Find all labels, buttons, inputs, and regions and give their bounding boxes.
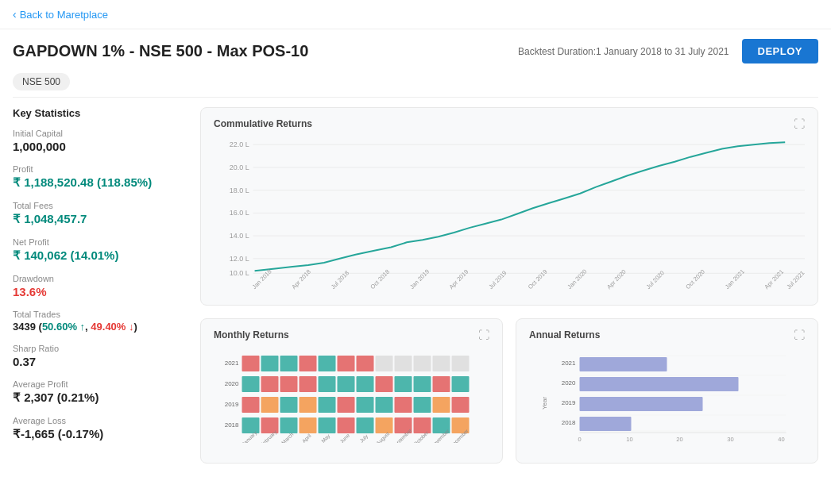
- stat-value-sharp-ratio: 0.37: [13, 355, 187, 368]
- stat-label-sharp-ratio: Sharp Ratio: [13, 344, 187, 353]
- backtest-duration: Backtest Duration:1 January 2018 to 31 J…: [518, 46, 729, 57]
- svg-text:Jan 2020: Jan 2020: [566, 267, 589, 290]
- svg-rect-52: [376, 376, 393, 392]
- svg-text:2019: 2019: [562, 399, 576, 406]
- stat-total-fees: Total Fees ₹ 1,048,457.7: [13, 201, 187, 226]
- svg-rect-58: [261, 397, 279, 413]
- svg-rect-60: [300, 397, 317, 413]
- cumulative-chart-body: 22.0 L 20.0 L 18.0 L 16.0 L 14.0 L 12.0 …: [214, 137, 805, 295]
- svg-text:22.0 L: 22.0 L: [230, 140, 249, 148]
- content-area: Commulative Returns ⛶ 22.0 L 20.0 L 18.0: [200, 107, 818, 464]
- stat-label-avg-profit: Average Profit: [13, 379, 187, 389]
- svg-text:April: April: [301, 433, 313, 443]
- svg-text:Jul 2021: Jul 2021: [785, 269, 805, 290]
- svg-rect-68: [452, 397, 470, 413]
- svg-rect-66: [414, 397, 431, 413]
- svg-text:20.0 L: 20.0 L: [230, 164, 249, 171]
- svg-rect-69: [242, 417, 260, 433]
- svg-rect-71: [280, 417, 298, 433]
- stat-label-avg-loss: Average Loss: [13, 416, 187, 425]
- svg-text:40: 40: [778, 436, 784, 443]
- cumulative-chart-svg: 22.0 L 20.0 L 18.0 L 16.0 L 14.0 L 12.0 …: [214, 137, 805, 295]
- svg-text:July: July: [358, 433, 369, 443]
- stat-net-profit: Net Profit ₹ 140,062 (14.01%): [13, 237, 187, 263]
- svg-rect-56: [452, 376, 470, 392]
- svg-rect-62: [338, 397, 355, 413]
- trades-down: 49.40% ↓: [91, 321, 133, 333]
- svg-rect-74: [338, 417, 355, 433]
- annual-chart-card: Annual Returns ⛶ 2021 2020 2019: [516, 318, 818, 464]
- svg-rect-40: [376, 356, 393, 371]
- nse-tag[interactable]: NSE 500: [13, 73, 70, 90]
- monthly-chart-title: Monthly Returns: [214, 329, 289, 340]
- svg-rect-59: [280, 397, 298, 413]
- svg-rect-102: [580, 357, 667, 371]
- svg-rect-41: [395, 356, 412, 371]
- stat-profit: Profit ₹ 1,188,520.48 (118.85%): [13, 164, 187, 190]
- stat-avg-profit: Average Profit ₹ 2,307 (0.21%): [13, 379, 187, 405]
- stat-initial-capital: Initial Capital 1,000,000: [13, 129, 187, 153]
- svg-rect-47: [280, 376, 298, 392]
- annual-expand-icon[interactable]: ⛶: [794, 329, 805, 341]
- svg-rect-48: [300, 376, 317, 392]
- stat-label-total-trades: Total Trades: [13, 310, 187, 319]
- stat-drawdown: Drawdown 13.6%: [13, 274, 187, 298]
- back-link[interactable]: ‹ Back to Maretplace: [13, 8, 108, 21]
- svg-rect-46: [261, 376, 279, 392]
- svg-text:Year: Year: [541, 397, 548, 410]
- cumulative-chart-card: Commulative Returns ⛶ 22.0 L 20.0 L 18.0: [200, 107, 818, 306]
- header-right: Backtest Duration:1 January 2018 to 31 J…: [518, 39, 818, 63]
- svg-rect-49: [319, 376, 336, 392]
- deploy-button[interactable]: DEPLOY: [742, 39, 818, 63]
- back-arrow-icon: ‹: [13, 8, 17, 21]
- svg-text:Jul 2019: Jul 2019: [487, 269, 508, 290]
- annual-chart-title: Annual Returns: [529, 329, 600, 340]
- svg-text:Oct 2018: Oct 2018: [369, 268, 392, 290]
- svg-rect-36: [300, 356, 317, 371]
- monthly-chart-card: Monthly Returns ⛶ 2021 2020 2019 2018: [200, 318, 503, 464]
- monthly-heatmap-svg: 2021 2020 2019 2018: [214, 348, 489, 443]
- svg-text:20: 20: [676, 436, 682, 443]
- stat-label-initial-capital: Initial Capital: [13, 129, 187, 138]
- svg-rect-105: [580, 417, 632, 431]
- monthly-expand-icon[interactable]: ⛶: [478, 329, 489, 341]
- cumulative-chart-header: Commulative Returns ⛶: [214, 117, 805, 130]
- svg-text:Apr 2020: Apr 2020: [605, 268, 628, 290]
- svg-rect-63: [357, 397, 374, 413]
- monthly-chart-header: Monthly Returns ⛶: [214, 329, 489, 341]
- svg-rect-33: [242, 356, 260, 371]
- cumulative-expand-icon[interactable]: ⛶: [794, 117, 805, 130]
- svg-text:18.0 L: 18.0 L: [230, 187, 249, 194]
- stat-value-total-fees: ₹ 1,048,457.7: [13, 212, 187, 226]
- key-statistics-title: Key Statistics: [13, 107, 187, 119]
- stat-value-profit: ₹ 1,188,520.48 (118.85%): [13, 175, 187, 190]
- svg-rect-45: [242, 376, 260, 392]
- svg-rect-72: [300, 417, 317, 433]
- annual-chart-svg: 2021 2020 2019 2018 0 10: [529, 348, 805, 451]
- trades-close: ): [134, 321, 137, 333]
- bottom-charts: Monthly Returns ⛶ 2021 2020 2019 2018: [200, 318, 818, 464]
- trades-count: 3439 (: [13, 321, 42, 333]
- annual-chart-body: 2021 2020 2019 2018 0 10: [529, 348, 805, 453]
- page-title: GAPDOWN 1% - NSE 500 - Max POS-10: [13, 42, 308, 60]
- stat-value-net-profit: ₹ 140,062 (14.01%): [13, 248, 187, 263]
- stat-label-net-profit: Net Profit: [13, 237, 187, 247]
- svg-rect-75: [357, 417, 374, 433]
- monthly-heatmap: 2021 2020 2019 2018: [214, 348, 489, 445]
- svg-text:June: June: [338, 433, 350, 443]
- svg-rect-65: [395, 397, 412, 413]
- svg-text:Jan 2021: Jan 2021: [724, 267, 746, 290]
- svg-rect-43: [433, 356, 450, 371]
- svg-text:10.0 L: 10.0 L: [230, 269, 249, 277]
- svg-rect-38: [338, 356, 355, 371]
- svg-rect-44: [452, 356, 470, 371]
- svg-text:0: 0: [578, 436, 581, 443]
- svg-rect-104: [580, 397, 703, 411]
- stat-sharp-ratio: Sharp Ratio 0.37: [13, 344, 187, 368]
- main-layout: Key Statistics Initial Capital 1,000,000…: [0, 98, 831, 473]
- svg-rect-54: [414, 376, 431, 392]
- svg-rect-78: [414, 417, 431, 433]
- svg-text:16.0 L: 16.0 L: [230, 209, 249, 217]
- svg-rect-37: [319, 356, 336, 371]
- svg-rect-61: [319, 397, 336, 413]
